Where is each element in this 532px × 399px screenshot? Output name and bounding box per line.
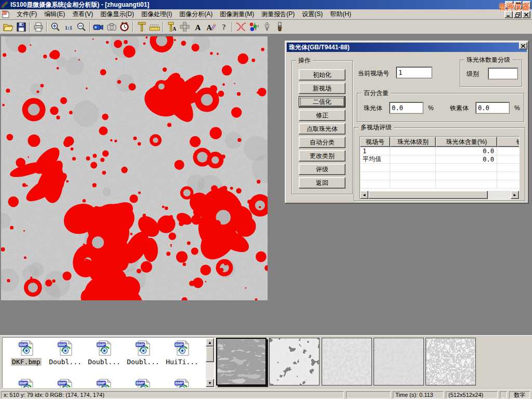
column-header[interactable]: 铁素体 (497, 137, 520, 147)
svg-text:BMP: BMP (97, 381, 105, 385)
file-item[interactable]: BMPDoubl... (124, 340, 163, 366)
svg-text:A: A (195, 23, 201, 32)
toolbar-separator (46, 22, 47, 32)
return-button[interactable]: 返回 (299, 177, 345, 189)
bmp-file-icon: BMP (135, 340, 152, 356)
table-row[interactable]: 平均值0.0 (360, 155, 519, 164)
correct-button[interactable]: 修正 (299, 110, 345, 121)
camera-capture-icon[interactable] (105, 21, 118, 33)
menu-item-file[interactable]: 文件(F) (13, 9, 41, 20)
cursor-position-status: x: 510 y: 79 idx: 0 RGB: (174, 174, 174) (1, 391, 344, 398)
zoom-out-icon[interactable] (75, 21, 88, 33)
image-thumbnail[interactable] (269, 338, 320, 385)
open-file-icon[interactable] (2, 21, 15, 33)
table-horizontal-scrollbar[interactable]: ◄ ► (360, 191, 519, 199)
text-annotation-icon[interactable]: A (191, 21, 204, 33)
menu-item-image-display[interactable]: 图像显示(D) (97, 9, 138, 20)
change-class-button[interactable]: 更改类别 (299, 150, 345, 162)
image-thumbnail[interactable] (216, 338, 267, 385)
video-capture-icon[interactable] (92, 21, 105, 33)
pearlite-percent-input[interactable] (390, 102, 423, 113)
metallographic-image[interactable] (1, 36, 268, 300)
menu-item-image-analysis[interactable]: 图像分析(A) (176, 9, 216, 20)
table-row[interactable] (360, 164, 519, 172)
file-item[interactable]: BMPDKF.bmp (7, 340, 46, 366)
menu-item-edit[interactable]: 编辑(E) (41, 9, 69, 20)
grade-input[interactable] (488, 68, 517, 79)
initialize-button[interactable]: 初始化 (299, 69, 345, 81)
grade-button[interactable]: 评级 (299, 164, 345, 175)
file-item[interactable]: BMPDoubl... (46, 340, 85, 366)
ferrite-percent-unit: % (514, 104, 520, 112)
file-item[interactable]: BMPDoubl... (85, 340, 124, 366)
image-thumbnail[interactable] (425, 338, 476, 385)
pearlite-dialog: 珠光体(GB/T9441-88) 操作 初始化新视场二值化修正点取珠光体自动分类… (285, 41, 529, 204)
pen-tool-icon[interactable] (260, 21, 273, 33)
new-field-button[interactable]: 新视场 (299, 83, 345, 94)
file-name: Doubl... (48, 358, 83, 366)
toolbar-separator (232, 22, 233, 32)
scroll-right-icon[interactable]: ► (511, 191, 519, 199)
print-icon[interactable] (32, 21, 45, 33)
column-header[interactable]: 珠光体含量(%) (436, 137, 497, 147)
image-thumbnail[interactable] (322, 338, 372, 385)
percent-group: 百分含量 珠光体 % 铁素体 % (357, 93, 524, 122)
menu-item-settings[interactable]: 设置(S) (298, 9, 326, 20)
ferrite-percent-input[interactable] (476, 102, 509, 113)
table-row[interactable] (360, 172, 519, 180)
save-icon[interactable] (15, 21, 28, 33)
grade-group-label: 珠光体数量分级 (464, 56, 512, 63)
edit-annotation-icon[interactable]: A (204, 21, 217, 33)
menu-item-help[interactable]: 帮助(H) (326, 9, 355, 20)
scroll-up-icon[interactable]: ▲ (206, 338, 214, 347)
mdi-minimize-button[interactable] (504, 11, 513, 18)
table-row[interactable]: 10.0 (360, 147, 519, 155)
column-header[interactable]: 珠光体级别 (390, 137, 436, 147)
file-browser-scrollbar[interactable]: ▲ ▼ (206, 338, 214, 387)
file-item[interactable]: BMP (85, 378, 124, 388)
auto-classify-button[interactable]: 自动分类 (299, 137, 345, 148)
zoom-in-icon[interactable] (49, 21, 62, 33)
file-item[interactable]: BMP (46, 378, 85, 388)
measure-scale-icon[interactable]: A (165, 21, 178, 33)
file-item[interactable]: BMPHuiTi... (163, 340, 202, 366)
scroll-down-icon[interactable]: ▼ (206, 379, 214, 387)
ruler-icon[interactable] (148, 21, 161, 33)
menu-item-measure-report[interactable]: 测量报告(P) (258, 9, 298, 20)
help-icon[interactable]: ? (217, 21, 230, 33)
table-cell (360, 172, 390, 180)
time-status: Time (s): 0.113 (393, 391, 444, 398)
table-row[interactable] (360, 180, 519, 189)
dialog-close-icon[interactable] (519, 42, 527, 49)
file-item[interactable]: BMP (163, 378, 202, 388)
menu-item-view[interactable]: 查看(V) (69, 9, 97, 20)
mdi-restore-button[interactable] (513, 11, 522, 18)
binarize-button[interactable]: 二值化 (299, 96, 345, 108)
scroll-left-icon[interactable]: ◄ (360, 191, 368, 199)
menu-item-image-measure[interactable]: 图像测量(M) (216, 9, 258, 20)
svg-text:BMP: BMP (19, 343, 28, 347)
file-browser: BMPDKF.bmpBMPDoubl...BMPDoubl...BMPDoubl… (2, 337, 215, 388)
mdi-close-button[interactable] (522, 11, 530, 18)
current-field-input[interactable] (396, 67, 432, 78)
menu-item-image-processing[interactable]: 图像处理(I) (138, 9, 176, 20)
image-thumbnail[interactable] (374, 338, 424, 385)
column-header[interactable]: 视场号 (360, 137, 390, 147)
file-item[interactable]: BMP (7, 378, 46, 388)
brush-tool-icon[interactable] (273, 21, 286, 33)
dialog-title-bar[interactable]: 珠光体(GB/T9441-88) (287, 43, 527, 52)
vernier-caliper-icon[interactable] (135, 21, 148, 33)
actual-size-icon[interactable]: 1:1 (62, 21, 75, 33)
curve-tool-icon[interactable] (234, 21, 247, 33)
pick-pearlite-button[interactable]: 点取珠光体 (299, 123, 345, 135)
timer-icon[interactable] (118, 21, 131, 33)
scrollbar-thumb[interactable] (206, 347, 214, 362)
table-cell (497, 147, 520, 155)
bmp-file-icon: BMP (18, 378, 35, 388)
file-item[interactable]: BMP (124, 378, 163, 388)
svg-text:BMP: BMP (175, 381, 183, 385)
scrollbar-thumb[interactable] (368, 191, 488, 199)
table-cell (497, 172, 520, 180)
classify-balls-icon[interactable]: 123 (247, 21, 260, 33)
grid-cross-icon[interactable] (178, 21, 191, 33)
